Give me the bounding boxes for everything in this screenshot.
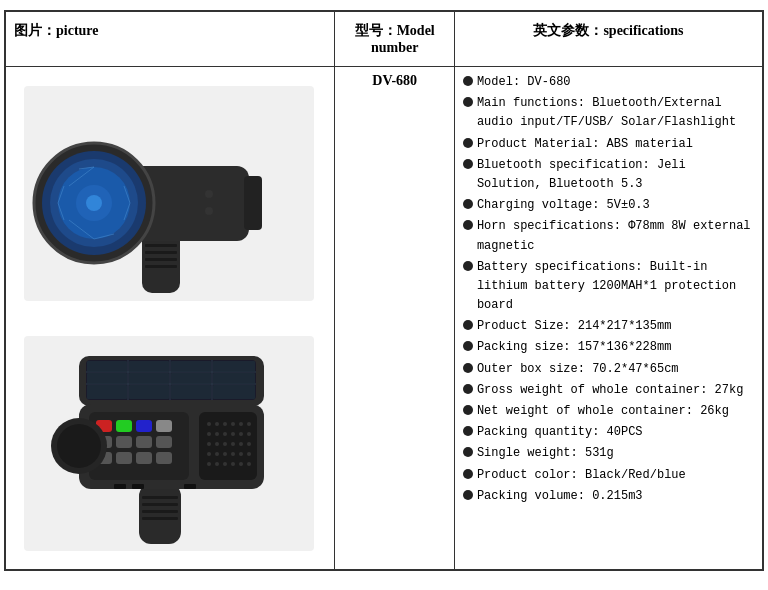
product-picture-cell (5, 67, 335, 571)
spec-text: Bluetooth specification: Jeli Solution, … (477, 156, 754, 194)
svg-point-77 (207, 442, 211, 446)
spec-item: Product Size: 214*217*135mm (463, 317, 754, 336)
svg-point-80 (231, 442, 235, 446)
svg-rect-47 (129, 385, 169, 399)
spec-item: Main functions: Bluetooth/External audio… (463, 94, 754, 132)
svg-point-73 (223, 432, 227, 436)
svg-rect-61 (116, 452, 132, 464)
svg-rect-97 (114, 484, 126, 489)
speaker-front-image (24, 86, 314, 301)
spec-text: Battery specifications: Built-in lithium… (477, 258, 754, 316)
svg-point-66 (215, 422, 219, 426)
svg-rect-42 (87, 373, 127, 384)
spec-text: Net weight of whole container: 26kg (477, 402, 754, 421)
product-model: DV-680 (372, 73, 417, 88)
svg-rect-58 (136, 436, 152, 448)
spec-item: Packing size: 157*136*228mm (463, 338, 754, 357)
svg-point-93 (239, 462, 243, 466)
svg-point-82 (247, 442, 251, 446)
bullet-icon (463, 261, 473, 271)
spec-text: Main functions: Bluetooth/External audio… (477, 94, 754, 132)
svg-point-87 (239, 452, 243, 456)
header-pic-label: 图片：picture (14, 23, 99, 38)
svg-rect-53 (116, 420, 132, 432)
bullet-icon (463, 469, 473, 479)
svg-point-86 (231, 452, 235, 456)
svg-rect-99 (184, 484, 196, 489)
svg-point-76 (247, 432, 251, 436)
svg-rect-48 (171, 385, 211, 399)
spec-item: Gross weight of whole container: 27kg (463, 381, 754, 400)
svg-rect-43 (129, 373, 169, 384)
spec-item: Horn specifications: Φ78mm 8W external m… (463, 217, 754, 255)
product-spec-cell: Model: DV-680Main functions: Bluetooth/E… (454, 67, 763, 571)
bullet-icon (463, 490, 473, 500)
svg-rect-62 (136, 452, 152, 464)
header-model: 型号：Model number (335, 11, 454, 67)
spec-item: Product color: Black/Red/blue (463, 466, 754, 485)
svg-point-78 (215, 442, 219, 446)
svg-point-20 (86, 195, 102, 211)
svg-point-75 (239, 432, 243, 436)
svg-rect-28 (142, 503, 178, 506)
svg-point-89 (207, 462, 211, 466)
header-spec-label: 英文参数：specifications (533, 23, 683, 38)
svg-point-74 (231, 432, 235, 436)
bullet-icon (463, 220, 473, 230)
svg-point-79 (223, 442, 227, 446)
svg-point-81 (239, 442, 243, 446)
bullet-icon (463, 159, 473, 169)
svg-point-92 (231, 462, 235, 466)
spec-item: Net weight of whole container: 26kg (463, 402, 754, 421)
svg-rect-30 (142, 517, 178, 520)
bullet-icon (463, 405, 473, 415)
svg-rect-98 (132, 484, 144, 489)
svg-rect-38 (87, 361, 127, 372)
bullet-icon (463, 447, 473, 457)
svg-rect-27 (142, 496, 178, 499)
svg-point-88 (247, 452, 251, 456)
bullet-icon (463, 97, 473, 107)
svg-point-90 (215, 462, 219, 466)
spec-text: Product Material: ABS material (477, 135, 754, 154)
svg-rect-59 (156, 436, 172, 448)
svg-rect-5 (145, 265, 177, 268)
spec-item: Outer box size: 70.2*47*65cm (463, 360, 754, 379)
product-model-cell: DV-680 (335, 67, 454, 571)
svg-rect-54 (136, 420, 152, 432)
spec-text: Packing size: 157*136*228mm (477, 338, 754, 357)
svg-rect-45 (213, 373, 255, 384)
svg-point-96 (57, 424, 101, 468)
spec-item: Model: DV-680 (463, 73, 754, 92)
svg-rect-40 (171, 361, 211, 372)
svg-point-84 (215, 452, 219, 456)
spec-text: Gross weight of whole container: 27kg (477, 381, 754, 400)
svg-rect-26 (139, 484, 181, 544)
svg-rect-39 (129, 361, 169, 372)
svg-point-67 (223, 422, 227, 426)
header-spec: 英文参数：specifications (454, 11, 763, 67)
svg-rect-29 (142, 510, 178, 513)
svg-rect-63 (156, 452, 172, 464)
bullet-icon (463, 341, 473, 351)
header-model-label: 型号：Model number (355, 23, 435, 55)
spec-text: Outer box size: 70.2*47*65cm (477, 360, 754, 379)
spec-item: Battery specifications: Built-in lithium… (463, 258, 754, 316)
svg-point-85 (223, 452, 227, 456)
bullet-icon (463, 320, 473, 330)
bullet-icon (463, 363, 473, 373)
svg-rect-57 (116, 436, 132, 448)
svg-point-23 (205, 190, 213, 198)
svg-point-24 (205, 207, 213, 215)
svg-point-71 (207, 432, 211, 436)
spec-text: Product color: Black/Red/blue (477, 466, 754, 485)
svg-point-68 (231, 422, 235, 426)
svg-point-94 (247, 462, 251, 466)
svg-point-69 (239, 422, 243, 426)
spec-item: Packing volume: 0.215m3 (463, 487, 754, 506)
svg-rect-41 (213, 361, 255, 372)
spec-text: Model: DV-680 (477, 73, 754, 92)
spec-text: Packing quantity: 40PCS (477, 423, 754, 442)
bullet-icon (463, 199, 473, 209)
svg-rect-49 (213, 385, 255, 399)
